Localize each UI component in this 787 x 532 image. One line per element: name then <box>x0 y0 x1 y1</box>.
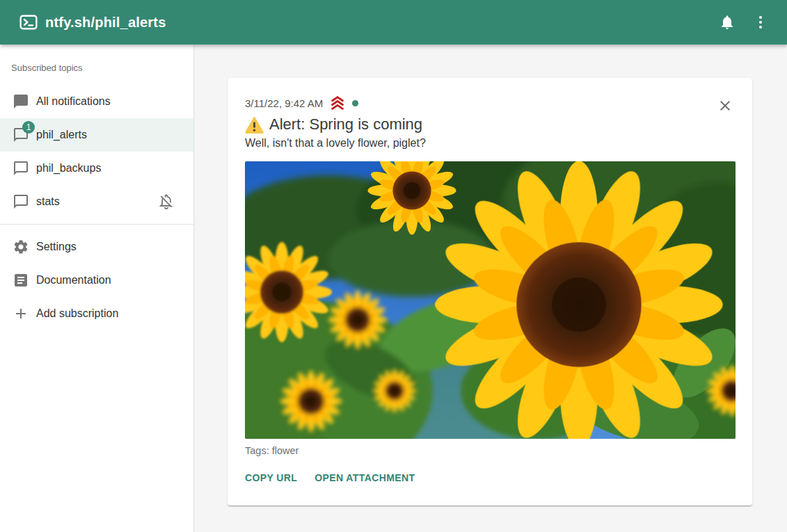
sidebar-item-label: Settings <box>36 241 77 253</box>
bell-icon <box>719 14 736 31</box>
sidebar-item-label: All notifications <box>36 95 111 108</box>
chat-outline-icon <box>13 160 29 177</box>
notifications-button[interactable] <box>712 7 742 38</box>
sidebar-item-settings[interactable]: Settings <box>0 230 193 264</box>
sidebar-item-phil-alerts[interactable]: 1 phil_alerts <box>0 118 193 152</box>
sidebar-divider <box>0 224 193 225</box>
sidebar-item-documentation[interactable]: Documentation <box>0 264 193 297</box>
notification-title-row: Alert: Spring is coming <box>245 115 736 134</box>
sidebar-item-phil-backups[interactable]: phil_backups <box>0 152 193 185</box>
notification-message: Well, isn't that a lovely flower, piglet… <box>245 137 736 150</box>
sidebar-item-label: phil_backups <box>36 162 101 175</box>
notification-meta: 3/11/22, 9:42 AM <box>245 96 736 110</box>
sidebar-item-stats[interactable]: stats <box>0 185 193 218</box>
notifications-off-icon <box>158 193 175 210</box>
unread-count-badge: 1 <box>22 121 35 134</box>
notification-card: 3/11/22, 9:42 AM Alert: Spring is coming… <box>228 78 752 506</box>
close-icon <box>717 97 733 114</box>
notification-timestamp: 3/11/22, 9:42 AM <box>245 97 323 109</box>
sunflower-photo[interactable] <box>245 161 736 439</box>
copy-url-button[interactable]: COPY URL <box>245 469 297 486</box>
plus-icon <box>13 305 29 322</box>
sidebar: Subscribed topics All notifications 1 ph… <box>0 45 194 532</box>
overflow-menu-button[interactable] <box>745 7 776 38</box>
notification-tags: Tags: flower <box>245 445 736 456</box>
chat-filled-icon <box>13 93 29 110</box>
close-notification-button[interactable] <box>713 94 737 118</box>
gear-icon <box>13 239 29 255</box>
sidebar-item-label: Add subscription <box>36 307 118 320</box>
subscribed-topics-caption: Subscribed topics <box>0 63 193 73</box>
priority-high-icon <box>330 96 345 110</box>
app-bar: ntfy.sh/phil_alerts <box>0 0 787 45</box>
unread-dot <box>352 100 358 106</box>
sidebar-item-label: stats <box>36 195 60 208</box>
open-attachment-button[interactable]: OPEN ATTACHMENT <box>315 469 415 486</box>
main-content: 3/11/22, 9:42 AM Alert: Spring is coming… <box>195 45 787 532</box>
sidebar-item-label: phil_alerts <box>36 129 87 141</box>
article-icon <box>13 272 29 289</box>
notification-title: Alert: Spring is coming <box>269 115 422 134</box>
warning-emoji-icon <box>245 116 264 134</box>
terminal-logo-icon <box>19 13 38 31</box>
notification-actions: COPY URL OPEN ATTACHMENT <box>245 469 736 486</box>
sidebar-item-label: Documentation <box>36 274 111 287</box>
kebab-menu-icon <box>752 14 769 31</box>
sidebar-item-all-notifications[interactable]: All notifications <box>0 85 193 118</box>
chat-outline-icon <box>13 193 29 210</box>
sidebar-item-add-subscription[interactable]: Add subscription <box>0 297 193 330</box>
page-title: ntfy.sh/phil_alerts <box>45 15 712 31</box>
